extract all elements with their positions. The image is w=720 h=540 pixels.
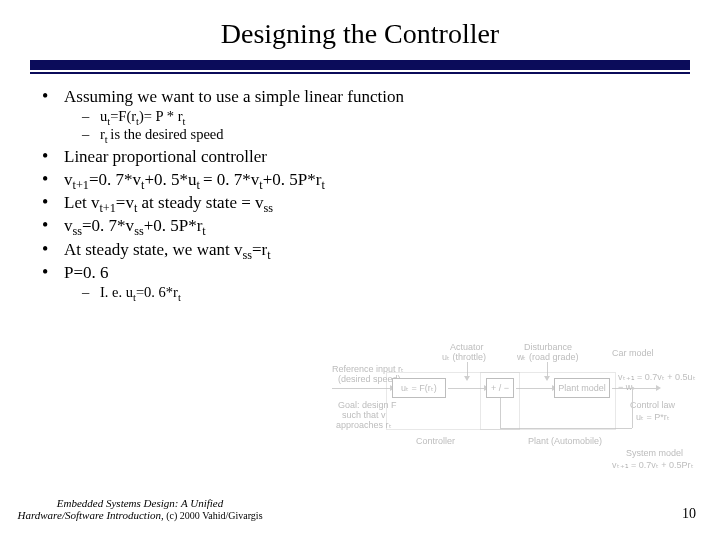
t: =r [252, 240, 267, 259]
s: t [321, 178, 324, 192]
sysmodel-eq: vₜ₊₁ = 0.7vₜ + 0.5Prₜ [612, 460, 694, 470]
bullet-1: Assuming we want to use a simple linear … [42, 86, 690, 144]
t: v [64, 216, 73, 235]
t: =0. 7*v [89, 170, 141, 189]
bullet-2-text: Linear proportional controller [64, 147, 267, 166]
bullet-1-sub-2: rt is the desired speed [82, 125, 690, 143]
t: =F(r [110, 108, 136, 124]
slide-title: Designing the Controller [30, 18, 690, 50]
disturbance-sub: wₜ (road grade) [517, 352, 579, 362]
eq-carmodel: vₜ₊₁ = 0.7vₜ + 0.5uₜ − wₜ [618, 372, 702, 392]
bullet-7-sub-1: I. e. ut=0. 6*rt [82, 283, 690, 301]
plantmodel-box: Plant model [554, 378, 610, 398]
bullet-4: Let vt+1=vt at steady state = vss [42, 192, 690, 213]
t: Let v [64, 193, 99, 212]
plant-label: Plant (Automobile) [528, 436, 602, 446]
slide-body: Assuming we want to use a simple linear … [30, 86, 690, 301]
f-box: uₜ = F(rₜ) [392, 378, 446, 398]
disturbance-label: Disturbance [524, 342, 572, 352]
s: t [202, 225, 205, 239]
t: =0. 7*v [82, 216, 134, 235]
controller-label: Controller [416, 436, 455, 446]
actuator-label: Actuator [450, 342, 484, 352]
page-number: 10 [682, 506, 696, 522]
credit-line-2: Hardware/Software Introduction, [17, 509, 163, 521]
bullet-7: P=0. 6 I. e. ut=0. 6*rt [42, 262, 690, 301]
t: v [64, 170, 73, 189]
t: =0. 6*r [136, 284, 178, 300]
carmodel-label: Car model [612, 348, 654, 358]
bullet-1-text: Assuming we want to use a simple linear … [64, 87, 404, 106]
block-diagram: Actuator uₜ (throttle) Disturbance wₜ (r… [332, 342, 702, 482]
bullet-1-sub-1: ut=F(rt)= P * rt [82, 107, 690, 125]
s: ss [264, 201, 274, 215]
ref-label: Reference input rₜ [332, 364, 404, 374]
t: At steady state, we want v [64, 240, 242, 259]
t: = 0. 7*v [203, 170, 259, 189]
controllaw-label: Control law [630, 400, 675, 410]
bullet-7-text: P=0. 6 [64, 263, 109, 282]
sysmodel-label: System model [626, 448, 683, 458]
footer: Embedded Systems Design: A Unified Hardw… [0, 497, 720, 522]
bullet-6: At steady state, we want vss=rt [42, 239, 690, 260]
credit-copy: (c) 2000 Vahid/Givargis [164, 510, 263, 521]
t: +0. 5*u [144, 170, 196, 189]
s: t+1 [99, 201, 115, 215]
s: ss [134, 225, 144, 239]
t: +0. 5P*r [263, 170, 322, 189]
title-rule [30, 60, 690, 74]
bullet-2: Linear proportional controller [42, 146, 690, 167]
goal-2: such that v [342, 410, 386, 420]
t: I. e. u [100, 284, 133, 300]
t: =v [116, 193, 134, 212]
t: )= P * r [139, 108, 183, 124]
s: t [178, 292, 181, 303]
s: ss [73, 225, 83, 239]
bullet-5: vss=0. 7*vss+0. 5P*rt [42, 215, 690, 236]
goal-1: Goal: design F [338, 400, 397, 410]
eq-controllaw: uₜ = P*rₜ [636, 412, 670, 422]
actuator-sub: uₜ (throttle) [442, 352, 486, 362]
t: +0. 5P*r [144, 216, 203, 235]
footer-credit: Embedded Systems Design: A Unified Hardw… [10, 497, 270, 522]
t: is the desired speed [110, 126, 223, 142]
s: t+1 [73, 178, 89, 192]
s: t [267, 248, 270, 262]
s: ss [242, 248, 252, 262]
t: at steady state = v [137, 193, 263, 212]
sum-box: + / − [486, 378, 514, 398]
goal-3: approaches rₜ [336, 420, 392, 430]
bullet-3: vt+1=0. 7*vt+0. 5*ut = 0. 7*vt+0. 5P*rt [42, 169, 690, 190]
credit-line-1: Embedded Systems Design: A Unified [57, 497, 223, 509]
